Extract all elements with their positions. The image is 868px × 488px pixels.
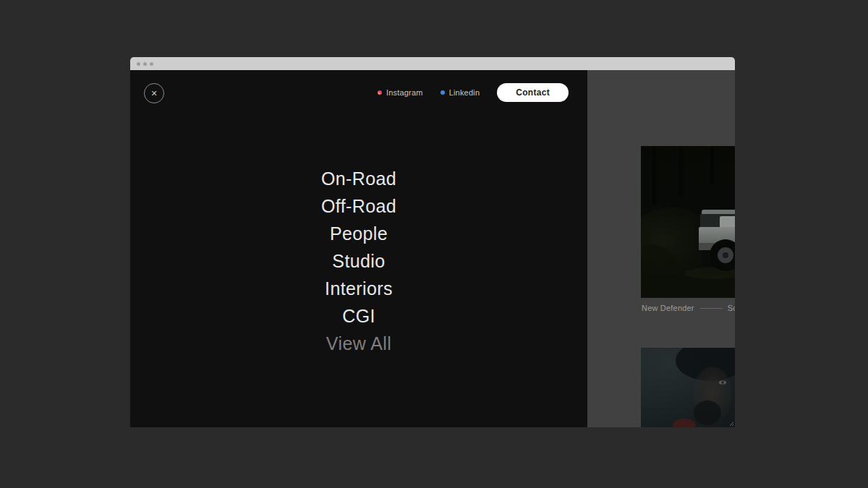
caption-separator-line <box>700 308 723 309</box>
instagram-link[interactable]: Instagram <box>378 88 423 97</box>
menu-item-view-all[interactable]: View All <box>130 330 587 357</box>
portrait-illustration <box>641 348 735 427</box>
menu-overlay: ✕ Instagram Linkedin Contact On-Road Off… <box>130 70 587 427</box>
project-image-portrait[interactable] <box>641 348 735 427</box>
menu-item-on-road[interactable]: On-Road <box>130 165 587 192</box>
instagram-dot-icon <box>378 90 382 95</box>
menu-item-cgi[interactable]: CGI <box>130 302 587 330</box>
linkedin-dot-icon <box>441 90 445 95</box>
project-title: New Defender <box>642 304 694 312</box>
browser-titlebar[interactable] <box>130 57 735 70</box>
page-content-strip: New Defender Scotland <box>587 70 735 427</box>
defender-forest-illustration <box>641 146 735 298</box>
browser-window: New Defender Scotland <box>130 57 735 427</box>
linkedin-link[interactable]: Linkedin <box>441 88 480 97</box>
close-icon: ✕ <box>150 89 157 98</box>
main-menu: On-Road Off-Road People Studio Interiors… <box>130 165 587 357</box>
traffic-light-dot[interactable] <box>143 62 147 66</box>
overlay-topbar: Instagram Linkedin Contact <box>378 81 569 104</box>
menu-item-off-road[interactable]: Off-Road <box>130 192 587 220</box>
contact-button-label: Contact <box>516 87 550 98</box>
project-caption[interactable]: New Defender Scotland <box>642 303 735 313</box>
linkedin-label: Linkedin <box>449 88 480 97</box>
menu-item-people[interactable]: People <box>130 220 587 247</box>
menu-item-interiors[interactable]: Interiors <box>130 275 587 302</box>
contact-button[interactable]: Contact <box>497 83 569 102</box>
traffic-light-dot[interactable] <box>137 62 140 66</box>
resize-grip-icon[interactable] <box>729 421 734 427</box>
traffic-light-dot[interactable] <box>150 62 153 66</box>
instagram-label: Instagram <box>386 88 423 97</box>
menu-item-studio[interactable]: Studio <box>130 247 587 275</box>
close-menu-button[interactable]: ✕ <box>144 83 164 103</box>
project-location: Scotland <box>728 304 735 312</box>
project-image-new-defender[interactable] <box>641 146 735 298</box>
page-viewport: New Defender Scotland <box>130 70 735 427</box>
